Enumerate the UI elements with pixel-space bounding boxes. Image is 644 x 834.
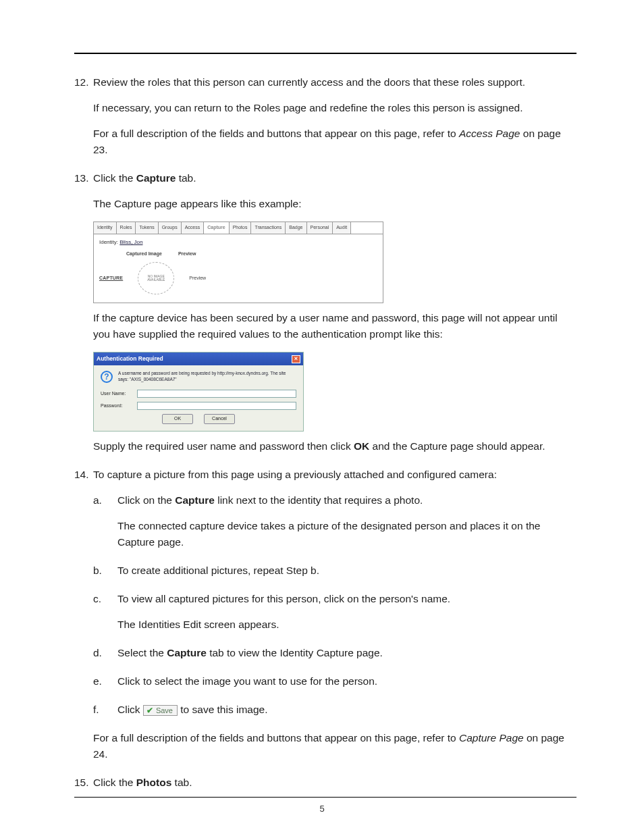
- paragraph: The Identities Edit screen appears.: [117, 617, 576, 633]
- dialog-titlebar: Authentication Required ×: [94, 353, 303, 365]
- text: Click the: [93, 172, 136, 184]
- text: tab.: [171, 777, 192, 788]
- paragraph: Click to select the image you want to us…: [117, 673, 576, 689]
- column-captured-image: Captured Image: [126, 251, 162, 258]
- tab-capture[interactable]: Capture: [204, 222, 229, 234]
- no-image-placeholder: NO IMAGE AVAILABLE: [138, 262, 174, 294]
- tab-name: Capture: [167, 647, 207, 658]
- paragraph: For a full description of the fields and…: [93, 126, 576, 158]
- page-content: 12. Review the roles that this person ca…: [74, 53, 576, 791]
- ok-button[interactable]: OK: [162, 414, 193, 424]
- save-button-label: Save: [156, 707, 173, 714]
- paragraph: Click ✔Save to save this image.: [117, 702, 576, 718]
- text: Click on the: [117, 494, 175, 506]
- cancel-button[interactable]: Cancel: [204, 414, 235, 424]
- save-button[interactable]: ✔Save: [143, 705, 178, 716]
- preview-label: Preview: [189, 275, 206, 282]
- figure-auth-dialog: Authentication Required × ? A username a…: [93, 352, 304, 432]
- button-name: OK: [354, 440, 369, 452]
- list-item-14: 14. To capture a picture from this page …: [74, 467, 576, 762]
- paragraph: If the capture device has been secured b…: [93, 310, 576, 342]
- reference-title: Access Page: [459, 128, 520, 139]
- paragraph: The connected capture device takes a pic…: [117, 518, 576, 550]
- paragraph: If necessary, you can return to the Role…: [93, 100, 576, 116]
- item-number: 13.: [74, 170, 89, 186]
- sublist-item-f: f. Click ✔Save to save this image.: [93, 702, 576, 718]
- password-label: Password:: [101, 402, 133, 410]
- paragraph: For a full description of the fields and…: [93, 730, 576, 762]
- tab-roles[interactable]: Roles: [117, 222, 136, 234]
- paragraph: The Capture page appears like this examp…: [93, 196, 576, 212]
- text: Click the: [93, 777, 136, 788]
- sub-letter: f.: [93, 702, 99, 718]
- figure-capture-page: Identity Roles Tokens Groups Access Capt…: [93, 221, 383, 303]
- identity-label: Identity:: [99, 239, 118, 245]
- text: tab.: [176, 172, 196, 184]
- list-item-15: 15. Click the Photos tab.: [74, 775, 576, 791]
- tab-name: Capture: [136, 172, 176, 184]
- text: For a full description of the fields and…: [93, 732, 459, 744]
- tab-personal[interactable]: Personal: [307, 222, 333, 234]
- tab-audit[interactable]: Audit: [333, 222, 351, 234]
- page-number: 5: [0, 804, 644, 814]
- sub-letter: e.: [93, 673, 102, 689]
- paragraph: Supply the required user name and passwo…: [93, 438, 576, 454]
- text: Select the: [117, 647, 167, 658]
- paragraph: To view all captured pictures for this p…: [117, 591, 576, 607]
- tab-transactions[interactable]: Transactions: [251, 222, 286, 234]
- password-input[interactable]: [137, 402, 296, 410]
- text: Supply the required user name and passwo…: [93, 440, 354, 452]
- paragraph: Click the Capture tab.: [93, 170, 576, 186]
- close-icon[interactable]: ×: [292, 355, 300, 363]
- footer-rule: [74, 797, 576, 798]
- text: link next to the identity that requires …: [215, 494, 423, 506]
- sub-letter: a.: [93, 492, 102, 509]
- item-number: 15.: [74, 775, 89, 790]
- paragraph: Review the roles that this person can cu…: [93, 74, 576, 90]
- tabs-row: Identity Roles Tokens Groups Access Capt…: [93, 221, 383, 234]
- tab-access[interactable]: Access: [182, 222, 205, 234]
- dialog-title: Authentication Required: [97, 355, 163, 363]
- text: and the Capture page should appear.: [369, 440, 545, 452]
- sublist-item-d: d. Select the Capture tab to view the Id…: [93, 645, 576, 661]
- tab-identity[interactable]: Identity: [94, 222, 117, 234]
- paragraph: Select the Capture tab to view the Ident…: [117, 645, 576, 661]
- text: to save this image.: [178, 704, 268, 715]
- capture-body: Identity: Bliss, Jon Captured Image Prev…: [93, 234, 383, 303]
- capture-link[interactable]: CAPTURE: [99, 275, 123, 282]
- sub-letter: b.: [93, 563, 102, 579]
- list-item-13: 13. Click the Capture tab. The Capture p…: [74, 170, 576, 454]
- tab-groups[interactable]: Groups: [159, 222, 182, 234]
- tab-photos[interactable]: Photos: [230, 222, 252, 234]
- paragraph: To create additional pictures, repeat St…: [117, 563, 576, 579]
- sublist-item-b: b. To create additional pictures, repeat…: [93, 563, 576, 579]
- question-icon: ?: [101, 371, 113, 383]
- paragraph: Click on the Capture link next to the id…: [117, 492, 576, 509]
- column-preview: Preview: [178, 251, 196, 258]
- sublist-item-a: a. Click on the Capture link next to the…: [93, 492, 576, 550]
- text: Click: [117, 704, 143, 715]
- tab-badge[interactable]: Badge: [286, 222, 306, 234]
- paragraph: To capture a picture from this page usin…: [93, 467, 576, 483]
- item-number: 14.: [74, 467, 89, 482]
- link-name: Capture: [175, 494, 215, 506]
- item-number: 12.: [74, 74, 89, 90]
- username-input[interactable]: [137, 390, 296, 398]
- sub-letter: c.: [93, 591, 101, 607]
- list-item-12: 12. Review the roles that this person ca…: [74, 74, 576, 158]
- dialog-message: A username and password are being reques…: [118, 371, 296, 383]
- text: For a full description of the fields and…: [93, 128, 459, 139]
- text: tab to view the Identity Capture page.: [207, 647, 383, 658]
- check-icon: ✔: [146, 706, 153, 714]
- username-label: User Name:: [101, 390, 133, 398]
- sublist-item-c: c. To view all captured pictures for thi…: [93, 591, 576, 633]
- sub-letter: d.: [93, 645, 102, 661]
- identity-name-link[interactable]: Bliss, Jon: [119, 239, 142, 245]
- tab-name: Photos: [136, 777, 172, 788]
- ordered-list: 12. Review the roles that this person ca…: [74, 74, 576, 791]
- sublist-item-e: e. Click to select the image you want to…: [93, 673, 576, 689]
- reference-title: Capture Page: [459, 732, 524, 744]
- tab-tokens[interactable]: Tokens: [136, 222, 158, 234]
- paragraph: Click the Photos tab.: [93, 775, 576, 791]
